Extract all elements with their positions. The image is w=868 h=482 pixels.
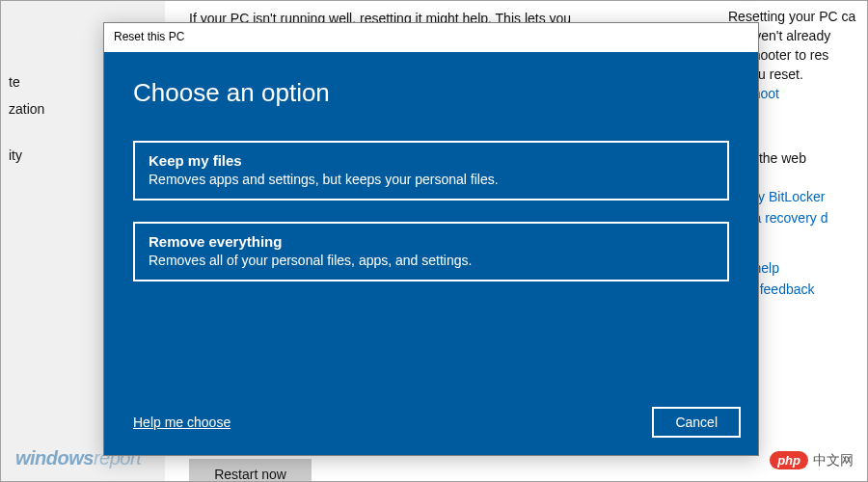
option-keep-my-files[interactable]: Keep my files Removes apps and settings,…: [133, 141, 729, 201]
reset-pc-dialog: Reset this PC Choose an option Keep my f…: [103, 22, 759, 456]
option-desc: Removes all of your personal files, apps…: [149, 253, 714, 268]
option-title: Keep my files: [149, 152, 714, 169]
watermark-phpcn: php 中文网: [770, 451, 854, 469]
option-remove-everything[interactable]: Remove everything Removes all of your pe…: [133, 222, 729, 281]
dialog-heading: Choose an option: [133, 78, 729, 108]
dialog-title: Reset this PC: [104, 23, 758, 52]
option-title: Remove everything: [149, 233, 714, 250]
option-desc: Removes apps and settings, but keeps you…: [149, 172, 714, 187]
help-me-choose-link[interactable]: Help me choose: [133, 415, 231, 430]
restart-now-button[interactable]: Restart now: [189, 459, 312, 482]
cancel-button[interactable]: Cancel: [652, 407, 741, 438]
